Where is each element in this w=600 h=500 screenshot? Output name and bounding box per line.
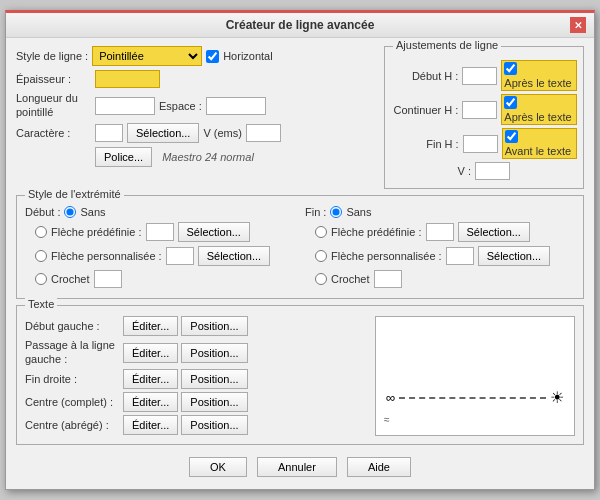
debut-h-label: Début H :: [391, 70, 458, 82]
texte-fin-droite-label: Fin droite :: [25, 373, 120, 385]
v-label: V :: [391, 165, 471, 177]
debut-h-input[interactable]: 0: [462, 67, 497, 85]
debut-fleche-perso-label: Flèche personnalisée :: [51, 250, 162, 262]
fin-selection1-button[interactable]: Sélection...: [458, 222, 530, 242]
debut-fleche-perso-radio[interactable]: [35, 250, 47, 262]
police-info: Maestro 24 normal: [162, 151, 254, 163]
epaisseur-input[interactable]: 0.01585: [95, 70, 160, 88]
fin-crochet-label: Crochet: [331, 273, 370, 285]
caractere-input[interactable]: ~: [95, 124, 123, 142]
fin-fleche-perso-label: Flèche personnalisée :: [331, 250, 442, 262]
continuer-h-checkbox[interactable]: [504, 96, 517, 109]
ajustements-label: Ajustements de ligne: [393, 39, 501, 51]
texte-debut-gauche-label: Début gauche :: [25, 320, 120, 332]
continuer-h-input[interactable]: 0: [462, 101, 497, 119]
continuer-h-label: Continuer H :: [391, 104, 458, 116]
texte-passage-label: Passage à la ligne gauche :: [25, 339, 120, 365]
debut-h-check-label: Après le texte: [504, 77, 571, 89]
style-extremite-section-label: Style de l'extrémité: [25, 188, 124, 200]
debut-label: Début :: [25, 206, 60, 218]
fin-fleche-perso-radio[interactable]: [315, 250, 327, 262]
texte-debut-gauche-edit[interactable]: Éditer...: [123, 316, 178, 336]
continuer-h-check-label: Après le texte: [504, 111, 571, 123]
fin-h-check-label: Avant le texte: [505, 145, 571, 157]
texte-centre-complet-edit[interactable]: Éditer...: [123, 392, 178, 412]
fin-crochet-radio[interactable]: [315, 273, 327, 285]
ok-button[interactable]: OK: [189, 457, 247, 477]
debut-fleche-perso-input[interactable]: 0: [166, 247, 194, 265]
police-button[interactable]: Police...: [95, 147, 152, 167]
debut-crochet-radio[interactable]: [35, 273, 47, 285]
texte-fin-droite-position[interactable]: Position...: [181, 369, 247, 389]
caractere-label: Caractère :: [16, 127, 91, 139]
close-button[interactable]: ✕: [570, 17, 586, 33]
debut-fleche-predef-input[interactable]: 0: [146, 223, 174, 241]
v-ems-input[interactable]: -88: [246, 124, 281, 142]
debut-crochet-input[interactable]: 0: [94, 270, 122, 288]
selection-button[interactable]: Sélection...: [127, 123, 199, 143]
debut-fleche-predef-label: Flèche prédéfinie :: [51, 226, 142, 238]
fin-sans-label: Sans: [346, 206, 371, 218]
texte-passage-edit[interactable]: Éditer...: [123, 343, 178, 363]
longueur-label: Longueur du pointillé: [16, 92, 91, 118]
texte-fin-droite-edit[interactable]: Éditer...: [123, 369, 178, 389]
epaisseur-label: Épaisseur :: [16, 73, 91, 85]
v-ems-label: V (ems): [203, 127, 242, 139]
debut-selection2-button[interactable]: Sélection...: [198, 246, 270, 266]
dialog-title: Créateur de ligne avancée: [30, 18, 570, 32]
fin-fleche-predef-label: Flèche prédéfinie :: [331, 226, 422, 238]
fin-h-checkbox[interactable]: [505, 130, 518, 143]
fin-crochet-input[interactable]: 0: [374, 270, 402, 288]
longueur-input[interactable]: 0.15875: [95, 97, 155, 115]
style-de-ligne-select[interactable]: Pointillée: [92, 46, 202, 66]
title-bar: Créateur de ligne avancée ✕: [6, 13, 594, 38]
texte-centre-abrege-edit[interactable]: Éditer...: [123, 415, 178, 435]
debut-fleche-predef-radio[interactable]: [35, 226, 47, 238]
horizontal-checkbox[interactable]: [206, 50, 219, 63]
main-dialog: Créateur de ligne avancée ✕ Style de lig…: [5, 10, 595, 489]
fin-fleche-predef-input[interactable]: 0: [426, 223, 454, 241]
texte-debut-gauche-position[interactable]: Position...: [181, 316, 247, 336]
debut-sans-radio[interactable]: [64, 206, 76, 218]
debut-h-checkbox[interactable]: [504, 62, 517, 75]
debut-sans-label: Sans: [80, 206, 105, 218]
fin-label: Fin :: [305, 206, 326, 218]
texte-centre-complet-label: Centre (complet) :: [25, 396, 120, 408]
preview-box: ∞ ☀ ≈: [375, 316, 575, 436]
help-button[interactable]: Aide: [347, 457, 411, 477]
debut-selection1-button[interactable]: Sélection...: [178, 222, 250, 242]
style-de-ligne-label: Style de ligne :: [16, 50, 88, 62]
fin-fleche-perso-input[interactable]: 0: [446, 247, 474, 265]
texte-centre-abrege-position[interactable]: Position...: [181, 415, 247, 435]
debut-crochet-label: Crochet: [51, 273, 90, 285]
texte-centre-complet-position[interactable]: Position...: [181, 392, 247, 412]
espace-label: Espace :: [159, 100, 202, 112]
fin-fleche-predef-radio[interactable]: [315, 226, 327, 238]
fin-h-label: Fin H :: [391, 138, 459, 150]
v-input[interactable]: 0: [475, 162, 510, 180]
bottom-buttons: OK Annuler Aide: [16, 451, 584, 481]
cancel-button[interactable]: Annuler: [257, 457, 337, 477]
fin-sans-radio[interactable]: [330, 206, 342, 218]
texte-centre-abrege-label: Centre (abrégé) :: [25, 419, 120, 431]
fin-selection2-button[interactable]: Sélection...: [478, 246, 550, 266]
texte-section-label: Texte: [25, 298, 57, 310]
texte-passage-position[interactable]: Position...: [181, 343, 247, 363]
fin-h-input[interactable]: 0: [463, 135, 498, 153]
espace-input[interactable]: 0.15875: [206, 97, 266, 115]
horizontal-label: Horizontal: [223, 50, 273, 62]
